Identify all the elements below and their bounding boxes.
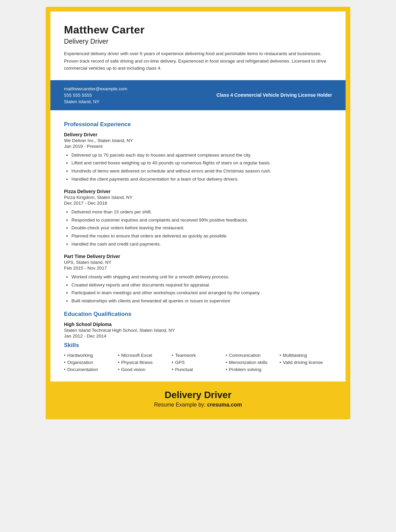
summary-text: Experienced delivery driver with over 6 … [64, 50, 332, 72]
job-dates-1: Jan 2019 - Present [64, 144, 332, 149]
contact-location: Staten Island, NY [64, 99, 127, 104]
job-dates-2: Dec 2017 - Dec 2018 [64, 201, 332, 206]
job-company-2: Pizza Kingdom, Staten Island, NY [64, 195, 332, 200]
footer-banner: Delivery Driver Resume Example by: cresu… [50, 381, 346, 415]
skill-item-11: Good vision [118, 367, 170, 372]
footer-brand: cresuma.com [207, 402, 242, 408]
bullet: Planned the routes to ensure that orders… [71, 232, 332, 240]
education-section-title: Education Qualifications [64, 311, 332, 318]
edu-block-1: High School Diploma Staten Island Techni… [64, 322, 332, 339]
footer-subtitle: Resume Example by: cresuma.com [57, 402, 339, 408]
skill-item-9: Valid driving license [280, 360, 332, 365]
job-company-3: UPS, Staten Island, NY [64, 260, 332, 265]
job-block-1: Delivery Driver We Deliver Inc., Staten … [64, 132, 332, 183]
candidate-name: Matthew Carter [64, 24, 332, 36]
job-bullets-3: Worked closely with shipping and receivi… [64, 273, 332, 304]
footer-subtitle-text: Resume Example by: [154, 402, 207, 408]
bullet: Created delivery reports and other docum… [71, 281, 332, 289]
skill-item-4: Multitasking [280, 353, 332, 358]
job-title-2: Pizza Delivery Driver [64, 189, 332, 194]
bullet: Handled the client payments and document… [71, 176, 332, 183]
bullet: Built relationships with clients and for… [71, 297, 332, 305]
skill-item-2: Teamwork [172, 353, 224, 358]
skill-item-7: GPS [172, 360, 224, 365]
contact-bar: matthewcareter@example.com 555 555 5555 … [50, 80, 346, 110]
main-content: Professional Experience Delivery Driver … [50, 110, 346, 381]
bullet: Handled the cash and credit card payment… [71, 240, 332, 248]
job-company-1: We Deliver Inc., Staten Island, NY [64, 138, 332, 143]
experience-section-title: Professional Experience [64, 121, 332, 128]
job-title-3: Part Time Delivery Driver [64, 254, 332, 259]
skill-item-6: Physical fitness [118, 360, 170, 365]
bullet: Delivered up to 70 parcels each day to h… [71, 152, 332, 159]
candidate-title: Delivery Driver [64, 38, 332, 45]
bullet: Participated in team meetings and other … [71, 289, 332, 297]
bullet: Lifted and carried boxes weighing up to … [71, 159, 332, 167]
edu-dates: Jan 2012 - Dec 2014 [64, 333, 332, 339]
bullet: Double-check your orders before leaving … [71, 224, 332, 232]
job-block-3: Part Time Delivery Driver UPS, Staten Is… [64, 254, 332, 304]
page-wrapper: Matthew Carter Delivery Driver Experienc… [46, 7, 350, 419]
skill-item-10: Documentation [64, 367, 116, 372]
edu-degree: High School Diploma [64, 322, 332, 327]
job-title-1: Delivery Driver [64, 132, 332, 137]
skill-item-8: Memorization skills [226, 360, 278, 365]
resume-container: Matthew Carter Delivery Driver Experienc… [50, 11, 346, 415]
skill-item-5: Organization [64, 360, 116, 365]
skills-section-title: Skills [64, 342, 332, 349]
job-bullets-2: Delivered more than 15 orders per shift.… [64, 208, 332, 248]
bullet: Worked closely with shipping and receivi… [71, 273, 332, 281]
skill-item-0: Hardworking [64, 353, 116, 358]
bullet: Hundreds of items were delivered on sche… [71, 167, 332, 175]
bullet: Responded to customer inquiries and comp… [71, 216, 332, 224]
edu-school: Staten Island Technical High School, Sta… [64, 328, 332, 333]
header-section: Matthew Carter Delivery Driver Experienc… [50, 11, 346, 80]
job-dates-3: Feb 2015 - Nov 2017 [64, 265, 332, 271]
contact-phone: 555 555 5555 [64, 93, 127, 98]
contact-left: matthewcareter@example.com 555 555 5555 … [64, 86, 127, 104]
skill-item-3: Communication [226, 353, 278, 358]
skill-item-1: Microsoft Excel [118, 353, 170, 358]
contact-email: matthewcareter@example.com [64, 86, 127, 91]
bullet: Delivered more than 15 orders per shift. [71, 208, 332, 216]
footer-title: Delivery Driver [57, 390, 339, 400]
job-block-2: Pizza Delivery Driver Pizza Kingdom, Sta… [64, 189, 332, 248]
skill-item-12: Punctual [172, 367, 224, 372]
skill-item-13: Problem solving [226, 367, 278, 372]
skills-grid: Hardworking Microsoft Excel Teamwork Com… [64, 353, 332, 372]
job-bullets-1: Delivered up to 70 parcels each day to h… [64, 152, 332, 183]
contact-badge: Class 4 Commercial Vehicle Driving Licen… [216, 92, 332, 98]
